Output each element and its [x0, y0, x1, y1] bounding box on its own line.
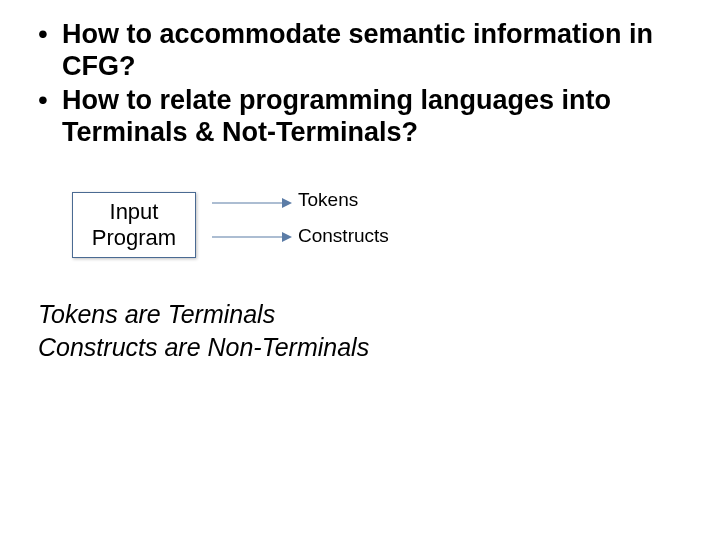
- arrow-icon: [212, 196, 292, 210]
- bullet-list: • How to accommodate semantic informatio…: [38, 18, 690, 150]
- arrow-label-constructs: Constructs: [298, 225, 389, 247]
- svg-marker-1: [282, 198, 292, 208]
- bullet-item: • How to accommodate semantic informatio…: [38, 18, 690, 82]
- arrow-icon: [212, 230, 292, 244]
- diagram: InputProgram Tokens Constructs: [72, 186, 572, 276]
- svg-marker-3: [282, 232, 292, 242]
- bullet-text: How to relate programming languages into…: [62, 84, 690, 148]
- bullet-dot-icon: •: [38, 84, 62, 116]
- note-line: Constructs are Non-Terminals: [38, 331, 369, 364]
- note-line: Tokens are Terminals: [38, 298, 369, 331]
- bullet-item: • How to relate programming languages in…: [38, 84, 690, 148]
- arrow-tokens: [212, 196, 292, 210]
- bullet-text: How to accommodate semantic information …: [62, 18, 690, 82]
- slide: • How to accommodate semantic informatio…: [0, 0, 720, 540]
- arrow-constructs: [212, 230, 292, 244]
- input-program-box: InputProgram: [72, 192, 196, 258]
- box-label: InputProgram: [92, 199, 176, 251]
- arrow-label-tokens: Tokens: [298, 189, 358, 211]
- notes: Tokens are Terminals Constructs are Non-…: [38, 298, 369, 364]
- bullet-dot-icon: •: [38, 18, 62, 50]
